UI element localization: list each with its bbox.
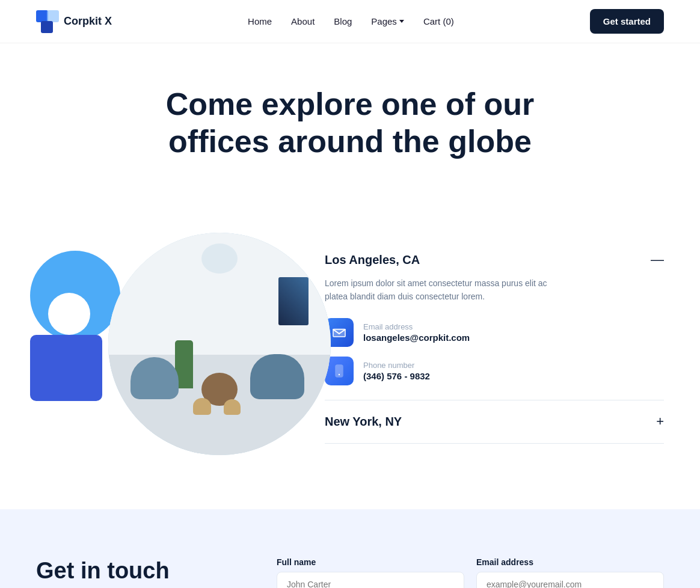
navbar: Corpkit X Home About Blog Pages Cart (0)… (0, 0, 700, 43)
offices-section: Los Angeles, CA — Lorem ipsum dolor sit … (0, 233, 700, 461)
fullname-input[interactable] (277, 572, 464, 588)
accordion-item-la: Los Angeles, CA — Lorem ipsum dolor sit … (325, 239, 664, 400)
chevron-down-icon (399, 20, 404, 23)
nav-pages-dropdown[interactable]: Pages (371, 16, 404, 26)
contact-section: Get in touch today Lorem ipsum consectet… (0, 509, 700, 588)
get-started-button[interactable]: Get started (590, 9, 664, 34)
phone-icon (332, 364, 346, 378)
brand-name: Corpkit X (64, 15, 112, 28)
office-photo (108, 233, 331, 455)
email-addr-label: Email address (476, 557, 664, 567)
deco-circle-inner (48, 293, 90, 335)
svg-point-3 (339, 373, 340, 375)
accordion-header-ny[interactable]: New York, NY + (325, 415, 664, 429)
contact-email-item: Email address losangeles@corpkit.com (325, 318, 664, 347)
email-icon (332, 325, 346, 340)
contact-items-la: Email address losangeles@corpkit.com (325, 318, 664, 385)
accordion-collapse-icon: — (651, 253, 664, 266)
logo[interactable]: Corpkit X (36, 10, 112, 33)
nav-blog[interactable]: Blog (334, 16, 352, 26)
phone-label: Phone number (363, 361, 430, 370)
accordion-expand-icon: + (656, 415, 664, 428)
phone-contact-info: Phone number (346) 576 - 9832 (363, 361, 430, 381)
logo-icon (36, 10, 59, 33)
deco-square (30, 335, 102, 401)
deco-circle (30, 251, 120, 341)
accordion-title-la: Los Angeles, CA (325, 253, 420, 267)
email-label: Email address (363, 322, 470, 331)
fullname-group: Full name (277, 557, 464, 588)
contact-section-inner: Get in touch today Lorem ipsum consectet… (36, 557, 664, 588)
contact-left: Get in touch today Lorem ipsum consectet… (36, 557, 229, 588)
nav-cart[interactable]: Cart (0) (423, 16, 454, 26)
nav-about[interactable]: About (291, 16, 315, 26)
accordion-body-la: Lorem ipsum dolor sit amet consectetur m… (325, 277, 664, 385)
nav-links: Home About Blog Pages Cart (0) (248, 16, 454, 27)
email-group: Email address (476, 557, 664, 588)
contact-phone-item: Phone number (346) 576 - 9832 (325, 357, 664, 385)
offices-image-area (36, 233, 289, 461)
fullname-label: Full name (277, 557, 464, 567)
accordion-desc-la: Lorem ipsum dolor sit amet consectetur m… (325, 277, 565, 304)
accordion-title-ny: New York, NY (325, 415, 402, 429)
hero-title: Come explore one of our offices around t… (146, 85, 554, 161)
nav-home[interactable]: Home (248, 16, 272, 26)
contact-heading: Get in touch today (36, 557, 229, 588)
offices-accordion: Los Angeles, CA — Lorem ipsum dolor sit … (325, 233, 664, 444)
accordion-header-la[interactable]: Los Angeles, CA — (325, 253, 664, 267)
hero-section: Come explore one of our offices around t… (0, 43, 700, 233)
phone-value: (346) 576 - 9832 (363, 371, 430, 381)
email-input[interactable] (476, 572, 664, 588)
accordion-item-ny: New York, NY + (325, 400, 664, 444)
office-image (108, 233, 331, 455)
email-contact-info: Email address losangeles@corpkit.com (363, 322, 470, 343)
email-value: losangeles@corpkit.com (363, 332, 470, 343)
contact-form: Full name Email address Phone number Sub… (277, 557, 664, 588)
